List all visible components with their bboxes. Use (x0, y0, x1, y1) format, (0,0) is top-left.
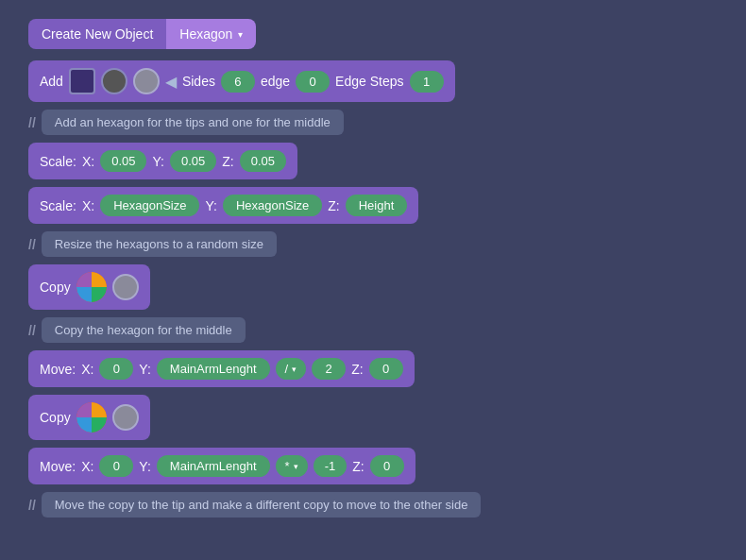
move1-z-value[interactable]: 0 (369, 358, 403, 380)
comment2-text: Resize the hexagons to a random size (42, 231, 277, 257)
scale2-z-value[interactable]: Height (346, 195, 408, 216)
move2-y-label: Y: (139, 459, 150, 474)
comment4-slash: // (28, 498, 36, 513)
move1-block: Move: X: 0 Y: MainArmLenght / ▾ 2 Z: 0 (28, 350, 415, 387)
comment1-row: // Add an hexagon for the tips and one f… (28, 110, 718, 135)
move2-label: Move: (40, 459, 76, 474)
copy2-rainbow-circle-icon (76, 402, 107, 433)
scale1-z-label: Z: (222, 154, 233, 169)
scale2-x-label: X: (82, 198, 94, 213)
comment1-slash: // (28, 115, 36, 130)
move2-x-value[interactable]: 0 (99, 455, 133, 477)
scale1-x-label: X: (82, 154, 94, 169)
comment2-slash: // (28, 237, 36, 252)
copy1-circle-gray-icon (112, 274, 139, 300)
comment4-text: Move the copy to the tip and make a diff… (42, 492, 482, 518)
add-label: Add (40, 74, 63, 89)
move2-z-label: Z: (352, 459, 364, 474)
edge-steps-value[interactable]: 1 (410, 71, 444, 93)
scale1-z-value[interactable]: 0.05 (240, 150, 286, 172)
move1-op-pill[interactable]: / ▾ (276, 358, 307, 380)
scale1-row: Scale: X: 0.05 Y: 0.05 Z: 0.05 (28, 143, 718, 179)
move1-op-arrow-icon: ▾ (292, 365, 297, 374)
move1-row: Move: X: 0 Y: MainArmLenght / ▾ 2 Z: 0 (28, 350, 718, 387)
move2-block: Move: X: 0 Y: MainArmLenght * ▾ -1 Z: 0 (28, 448, 415, 484)
move2-row: Move: X: 0 Y: MainArmLenght * ▾ -1 Z: 0 (28, 448, 718, 484)
copy1-row: Copy (28, 264, 718, 310)
scale2-z-label: Z: (328, 198, 339, 213)
move1-op-label: / (285, 362, 289, 376)
edge-label: edge (261, 74, 290, 89)
comment2-row: // Resize the hexagons to a random size (28, 231, 718, 257)
move1-x-value[interactable]: 0 (99, 358, 133, 380)
sides-value[interactable]: 6 (221, 71, 255, 93)
scale2-y-value[interactable]: HexagonSize (223, 195, 322, 216)
copy2-row: Copy (28, 395, 718, 440)
move1-z-label: Z: (351, 362, 363, 377)
move2-op-pill[interactable]: * ▾ (276, 455, 308, 477)
nav-left-arrow-icon[interactable]: ◀ (165, 73, 177, 91)
copy2-label: Copy (40, 410, 71, 425)
comment1-text: Add an hexagon for the tips and one for … (42, 110, 344, 135)
move2-x-label: X: (81, 459, 93, 474)
add-row: Add ◀ Sides 6 edge 0 Edge Steps 1 (28, 60, 718, 102)
create-object-row: Create New Object Hexagon ▾ (28, 19, 718, 49)
move1-div-value[interactable]: 2 (312, 358, 346, 380)
rainbow-circle-icon (76, 272, 107, 302)
dropdown-arrow-icon: ▾ (238, 29, 243, 40)
square-shape-icon[interactable] (69, 68, 95, 94)
move2-op-arrow-icon: ▾ (294, 462, 298, 471)
comment3-row: // Copy the hexagon for the middle (28, 317, 718, 343)
hexagon-type-label: Hexagon (179, 26, 232, 42)
add-block[interactable]: Add ◀ Sides 6 edge 0 Edge Steps 1 (28, 60, 455, 102)
comment4-row: // Move the copy to the tip and make a d… (28, 492, 718, 518)
scale1-block: Scale: X: 0.05 Y: 0.05 Z: 0.05 (28, 143, 297, 179)
create-label: Create New Object (28, 19, 166, 49)
move1-y-value[interactable]: MainArmLenght (157, 358, 270, 380)
comment3-text: Copy the hexagon for the middle (42, 317, 246, 343)
scale1-y-value[interactable]: 0.05 (170, 150, 216, 172)
comment3-slash: // (28, 323, 36, 338)
move2-z-value[interactable]: 0 (370, 455, 404, 477)
sides-label: Sides (182, 74, 215, 89)
move2-mult-value[interactable]: -1 (314, 455, 348, 477)
scale2-y-label: Y: (205, 198, 216, 213)
move1-x-label: X: (81, 362, 93, 377)
scale1-x-value[interactable]: 0.05 (100, 150, 146, 172)
copy2-block[interactable]: Copy (28, 395, 150, 440)
scale2-row: Scale: X: HexagonSize Y: HexagonSize Z: … (28, 187, 718, 224)
move2-op-label: * (285, 459, 290, 473)
copy1-label: Copy (40, 280, 71, 295)
copy1-block[interactable]: Copy (28, 264, 150, 310)
scale2-block: Scale: X: HexagonSize Y: HexagonSize Z: … (28, 187, 418, 224)
move2-y-value[interactable]: MainArmLenght (157, 455, 270, 477)
hexagon-dropdown[interactable]: Hexagon ▾ (166, 19, 256, 49)
move1-label: Move: (40, 362, 76, 377)
circle-gray-shape-icon[interactable] (133, 68, 160, 94)
move1-y-label: Y: (139, 362, 150, 377)
scale2-x-value[interactable]: HexagonSize (100, 195, 199, 216)
edge-value[interactable]: 0 (296, 71, 330, 93)
copy2-circle-gray-icon (112, 404, 139, 431)
circle-shape-icon[interactable] (101, 68, 127, 94)
scale1-y-label: Y: (152, 154, 163, 169)
scale2-label: Scale: (40, 198, 76, 213)
scale1-label: Scale: (40, 154, 76, 169)
edge-steps-label: Edge Steps (335, 74, 403, 89)
